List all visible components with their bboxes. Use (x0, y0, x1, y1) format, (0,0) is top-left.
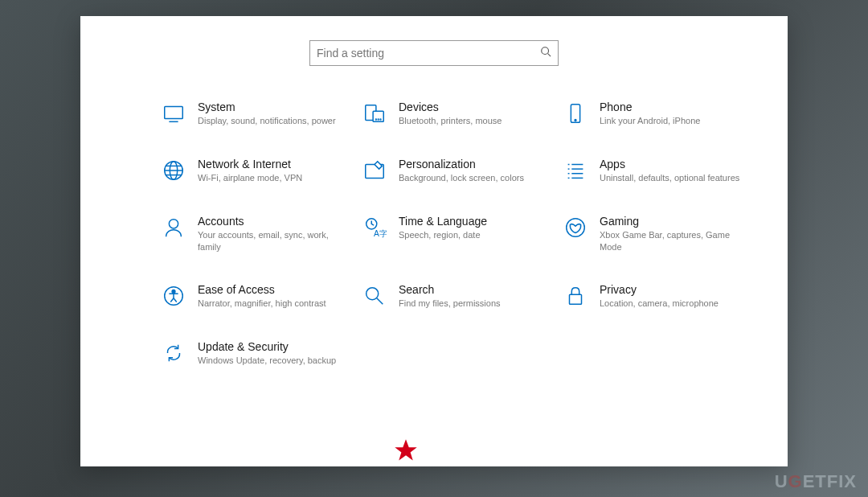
highlight-star-icon (394, 438, 418, 462)
settings-item-gaming[interactable]: Gaming Xbox Game Bar, captures, Game Mod… (563, 215, 747, 253)
personalization-icon (362, 158, 387, 183)
time-language-icon: A字 (362, 215, 387, 240)
item-title: Ease of Access (198, 283, 326, 296)
item-desc: Your accounts, email, sync, work, family (198, 229, 346, 253)
item-title: Search (399, 283, 501, 296)
search-icon (540, 46, 551, 60)
settings-item-devices[interactable]: Devices Bluetooth, printers, mouse (362, 101, 547, 127)
item-title: Network & Internet (198, 158, 302, 170)
item-desc: Background, lock screen, colors (399, 172, 524, 184)
item-desc: Location, camera, microphone (600, 298, 719, 310)
item-desc: Bluetooth, printers, mouse (399, 115, 502, 127)
settings-item-privacy[interactable]: Privacy Location, camera, microphone (563, 283, 747, 310)
watermark-text: G (788, 471, 803, 491)
accounts-icon (161, 215, 186, 240)
settings-item-network[interactable]: Network & Internet Wi-Fi, airplane mode,… (161, 158, 346, 184)
svg-point-6 (375, 119, 376, 120)
settings-item-time-language[interactable]: A字 Time & Language Speech, region, date (362, 215, 547, 253)
svg-point-30 (172, 290, 175, 294)
settings-item-ease-of-access[interactable]: Ease of Access Narrator, magnifier, high… (161, 283, 346, 310)
watermark-text: U (775, 471, 788, 491)
search-box[interactable] (309, 40, 559, 66)
svg-point-28 (567, 218, 585, 236)
item-title: System (198, 101, 336, 113)
settings-grid: System Display, sound, notifications, po… (161, 101, 755, 367)
item-title: Accounts (198, 215, 346, 228)
item-desc: Speech, region, date (399, 229, 487, 241)
gaming-icon (563, 215, 588, 240)
item-title: Devices (399, 101, 502, 113)
svg-rect-33 (570, 295, 582, 305)
item-desc: Narrator, magnifier, high contrast (198, 298, 326, 310)
svg-text:A字: A字 (374, 229, 387, 238)
apps-icon (563, 158, 588, 183)
svg-point-7 (378, 119, 379, 120)
search-category-icon (362, 283, 387, 309)
svg-point-8 (380, 119, 381, 120)
item-title: Phone (600, 101, 700, 113)
item-title: Update & Security (198, 340, 336, 353)
item-title: Privacy (600, 283, 719, 296)
item-title: Personalization (399, 158, 524, 170)
devices-icon (362, 101, 387, 126)
item-title: Gaming (600, 215, 747, 228)
settings-item-apps[interactable]: Apps Uninstall, defaults, optional featu… (563, 158, 747, 184)
item-desc: Wi-Fi, airplane mode, VPN (198, 172, 302, 184)
item-desc: Uninstall, defaults, optional features (600, 172, 739, 184)
ease-of-access-icon (161, 283, 186, 309)
svg-line-1 (548, 54, 551, 57)
settings-window: System Display, sound, notifications, po… (80, 16, 788, 466)
item-desc: Display, sound, notifications, power (198, 115, 336, 127)
globe-icon (161, 158, 186, 183)
watermark: UGETFIX (775, 471, 857, 492)
svg-point-31 (366, 288, 379, 300)
item-title: Time & Language (399, 215, 487, 228)
item-desc: Xbox Game Bar, captures, Game Mode (600, 229, 747, 253)
settings-item-search[interactable]: Search Find my files, permissions (362, 283, 547, 310)
update-icon (161, 340, 186, 366)
svg-point-0 (542, 47, 549, 55)
settings-item-personalization[interactable]: Personalization Background, lock screen,… (362, 158, 547, 184)
item-desc: Windows Update, recovery, backup (198, 355, 336, 367)
settings-item-accounts[interactable]: Accounts Your accounts, email, sync, wor… (161, 215, 346, 253)
item-desc: Find my files, permissions (399, 298, 501, 310)
search-input[interactable] (317, 47, 540, 60)
lock-icon (563, 283, 588, 309)
item-desc: Link your Android, iPhone (600, 115, 700, 127)
settings-item-phone[interactable]: Phone Link your Android, iPhone (563, 101, 747, 127)
svg-line-32 (377, 298, 383, 305)
svg-rect-2 (165, 107, 183, 119)
item-title: Apps (600, 158, 739, 170)
settings-item-update-security[interactable]: Update & Security Windows Update, recove… (161, 340, 346, 367)
svg-point-25 (169, 219, 178, 228)
settings-item-system[interactable]: System Display, sound, notifications, po… (161, 101, 346, 127)
system-icon (161, 101, 186, 126)
svg-point-10 (575, 120, 576, 121)
watermark-text: ETFIX (803, 471, 857, 491)
phone-icon (563, 101, 588, 126)
